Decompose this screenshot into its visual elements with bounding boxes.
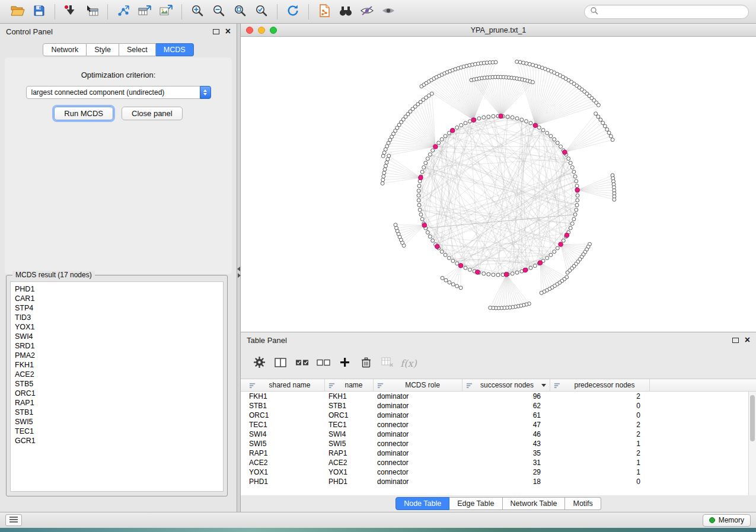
maximize-window-icon[interactable]: [270, 27, 277, 34]
delete-columns-button[interactable]: [356, 353, 376, 373]
table-row[interactable]: FKH1FKH1dominator962: [241, 392, 756, 401]
table-row[interactable]: PHD1PHD1dominator180: [241, 477, 756, 486]
export-table-button[interactable]: [134, 3, 155, 21]
tab-mcds[interactable]: MCDS: [156, 43, 194, 56]
mcds-result-item[interactable]: STB5: [15, 379, 219, 389]
mcds-result-item[interactable]: STB1: [15, 408, 219, 417]
scrollbar-thumb[interactable]: [750, 395, 755, 441]
column-header-predecessor-nodes[interactable]: predecessor nodes: [550, 379, 650, 391]
new-column-button[interactable]: [334, 353, 355, 373]
mcds-result-item[interactable]: SWI4: [15, 332, 219, 341]
table-scrollbar[interactable]: [748, 392, 756, 495]
table-row[interactable]: ORC1ORC1dominator610: [241, 411, 756, 420]
table-body: FKH1FKH1dominator962STB1STB1dominator620…: [241, 392, 756, 486]
table-row[interactable]: STB1STB1dominator620: [241, 401, 756, 411]
tab-motifs[interactable]: Motifs: [565, 497, 601, 510]
zoom-fit-icon: [234, 4, 247, 19]
minimize-window-icon[interactable]: [258, 27, 265, 34]
mcds-result-item[interactable]: PMA2: [15, 351, 219, 360]
tab-node-table[interactable]: Node Table: [395, 497, 449, 510]
table-row[interactable]: RAP1RAP1dominator352: [241, 448, 756, 458]
close-panel-icon[interactable]: ×: [745, 335, 750, 345]
table-cell-successor-nodes: 62: [462, 401, 550, 411]
mcds-result-item[interactable]: YOX1: [15, 322, 219, 332]
import-network-button[interactable]: [60, 3, 81, 21]
export-image-button[interactable]: [155, 3, 177, 21]
network-canvas[interactable]: [241, 37, 756, 332]
table-row[interactable]: TEC1TEC1connector472: [241, 420, 756, 430]
table-panel-title: Table Panel: [247, 336, 287, 345]
table-cell-shared-name: SWI4: [245, 430, 325, 439]
table-cell-predecessor-nodes: 1: [550, 439, 650, 448]
table-cell-successor-nodes: 35: [462, 448, 550, 458]
import-table-button[interactable]: [81, 3, 103, 21]
close-panel-icon[interactable]: ×: [225, 27, 231, 36]
zoom-in-icon: [191, 4, 204, 19]
mcds-result-item[interactable]: PHD1: [15, 284, 219, 294]
panel-menu-button[interactable]: [5, 514, 22, 526]
optimization-criterion-select[interactable]: largest connected component (undirected): [26, 86, 211, 99]
network-graph[interactable]: [241, 37, 756, 332]
apply-layout-button[interactable]: [282, 3, 304, 21]
save-session-button[interactable]: [28, 3, 50, 21]
close-window-icon[interactable]: [246, 27, 253, 34]
run-mcds-button[interactable]: Run MCDS: [54, 107, 113, 120]
zoom-fit-button[interactable]: [229, 3, 251, 21]
mcds-result-item[interactable]: CAR1: [15, 294, 219, 303]
mcds-result-item[interactable]: RAP1: [15, 398, 219, 408]
mcds-result-item[interactable]: ACE2: [15, 370, 219, 379]
table-mode-button[interactable]: [249, 353, 269, 373]
table-row[interactable]: ACE2ACE2connector311: [241, 458, 756, 467]
zoom-out-button[interactable]: [208, 3, 229, 21]
tab-edge-table[interactable]: Edge Table: [449, 497, 502, 510]
mcds-result-list[interactable]: PHD1CAR1STP4TID3YOX1SWI4SRD1PMA2FKH1ACE2…: [10, 281, 224, 492]
export-network-button[interactable]: [113, 3, 134, 21]
table-row[interactable]: SWI4SWI4dominator462: [241, 430, 756, 439]
tab-network-table[interactable]: Network Table: [503, 497, 566, 510]
search-network-button[interactable]: [335, 3, 356, 21]
table-cell-name: PHD1: [325, 477, 374, 486]
mcds-result-item[interactable]: TEC1: [15, 427, 219, 436]
show-columns-button[interactable]: [270, 353, 291, 373]
column-header-name[interactable]: name: [325, 379, 374, 391]
network-view-title: YPA_prune.txt_1: [471, 26, 527, 34]
mcds-result-item[interactable]: STP4: [15, 303, 219, 313]
network-view-titlebar: YPA_prune.txt_1: [241, 24, 756, 37]
tab-network[interactable]: Network: [43, 43, 87, 56]
search-box[interactable]: [584, 5, 749, 19]
table-cell-predecessor-nodes: 1: [550, 467, 650, 477]
mcds-result-item[interactable]: FKH1: [15, 360, 219, 370]
select-all-button[interactable]: [292, 353, 312, 373]
export-network-icon: [117, 5, 130, 18]
memory-button[interactable]: Memory: [703, 514, 751, 527]
deselect-all-button[interactable]: [313, 353, 333, 373]
zoom-in-button[interactable]: [187, 3, 208, 21]
mcds-tab-panel: Optimization criterion: largest connecte…: [5, 57, 232, 274]
table-cell-name: SWI5: [325, 439, 374, 448]
mcds-result-item[interactable]: ORC1: [15, 389, 219, 398]
column-header-MCDS-role[interactable]: MCDS role: [374, 379, 462, 391]
tab-select[interactable]: Select: [119, 43, 156, 56]
search-input[interactable]: [602, 8, 743, 16]
open-session-button[interactable]: [7, 3, 28, 21]
hide-details-button[interactable]: [356, 3, 378, 21]
column-header-shared-name[interactable]: shared name: [245, 379, 325, 391]
mcds-result-item[interactable]: SWI5: [15, 417, 219, 427]
zoom-selected-button[interactable]: [251, 3, 272, 21]
tab-style[interactable]: Style: [87, 43, 119, 56]
float-panel-icon[interactable]: [213, 29, 219, 34]
show-details-button[interactable]: [378, 3, 399, 21]
table-row[interactable]: YOX1YOX1connector291: [241, 467, 756, 477]
delete-table-button[interactable]: [377, 353, 397, 373]
table-row[interactable]: SWI5SWI5connector431: [241, 439, 756, 448]
function-builder-button[interactable]: f(x): [398, 353, 419, 373]
mcds-result-item[interactable]: SRD1: [15, 341, 219, 351]
network-overview-button[interactable]: [314, 3, 335, 21]
mcds-result-item[interactable]: TID3: [15, 313, 219, 322]
float-panel-icon[interactable]: [732, 338, 739, 343]
mcds-result-item[interactable]: GCR1: [15, 436, 219, 446]
table-cell-mcds-role: dominator: [374, 401, 462, 411]
close-panel-button[interactable]: Close panel: [122, 107, 183, 120]
column-header-successor-nodes[interactable]: successor nodes: [462, 379, 550, 391]
collapse-left-icon[interactable]: [237, 267, 240, 271]
